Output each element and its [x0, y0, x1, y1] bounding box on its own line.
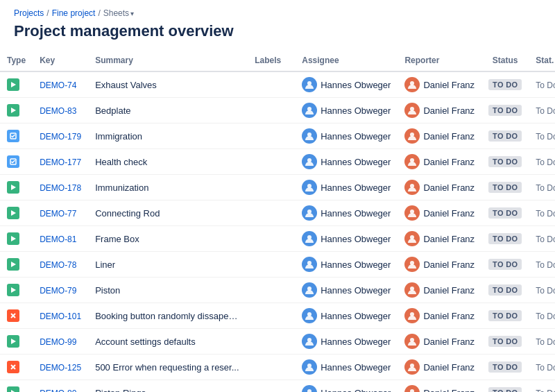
reporter-person: Daniel Franz [404, 359, 475, 375]
status-badge: TO DO [488, 182, 522, 193]
assignee-name: Hannes Obweger [321, 388, 391, 393]
issue-key-link[interactable]: DEMO-178 [40, 183, 81, 193]
avatar [302, 308, 317, 323]
cell-summary: 500 Error when requesting a reser... [88, 355, 248, 380]
assignee-person: Hannes Obweger [302, 103, 391, 118]
issue-key-link[interactable]: DEMO-74 [40, 80, 76, 90]
cell-type [0, 303, 33, 329]
issue-key-link[interactable]: DEMO-99 [40, 337, 76, 347]
avatar [302, 128, 317, 144]
cell-reporter: Daniel Franz [398, 71, 481, 98]
reporter-name: Daniel Franz [423, 336, 475, 347]
cell-reporter: Daniel Franz [398, 175, 481, 201]
reporter-name: Daniel Franz [423, 80, 475, 90]
avatar [302, 359, 317, 375]
cell-labels [248, 329, 295, 355]
cell-reporter: Daniel Franz [398, 98, 481, 123]
table-row[interactable]: DEMO-83 Bedplate Hannes Obweger Daniel F… [0, 98, 555, 123]
breadcrumb-fine-project[interactable]: Fine project [52, 8, 96, 18]
reporter-person: Daniel Franz [404, 77, 475, 92]
table-row[interactable]: DEMO-74 Exhaust Valves Hannes Obweger Da… [0, 71, 555, 98]
reporter-person: Daniel Franz [404, 103, 475, 118]
cell-key: DEMO-80 [33, 380, 88, 393]
assignee-name: Hannes Obweger [321, 311, 391, 321]
cell-status: TO DO [481, 278, 529, 303]
cell-status: TO DO [481, 123, 529, 149]
svg-marker-3 [11, 108, 16, 113]
cell-stat2: To Do [529, 201, 555, 226]
breadcrumb-sheets[interactable]: Sheets ▾ [103, 8, 134, 18]
cell-reporter: Daniel Franz [398, 303, 481, 329]
avatar [302, 231, 317, 246]
assignee-person: Hannes Obweger [302, 205, 391, 221]
status-badge: TO DO [488, 284, 522, 296]
cell-stat2: To Do [529, 123, 555, 149]
table-row[interactable]: DEMO-125 500 Error when requesting a res… [0, 355, 555, 380]
reporter-name: Daniel Franz [423, 182, 475, 193]
cell-reporter: Daniel Franz [398, 329, 481, 355]
reporter-person: Daniel Franz [404, 334, 475, 349]
cell-assignee: Hannes Obweger [295, 98, 398, 123]
type-story-icon [7, 284, 19, 296]
issue-key-link[interactable]: DEMO-101 [40, 312, 81, 321]
table-row[interactable]: DEMO-99 Account settings defaults Hannes… [0, 329, 555, 355]
issue-key-link[interactable]: DEMO-177 [40, 157, 81, 167]
table-row[interactable]: DEMO-101 Booking button randomly dissape… [0, 303, 555, 329]
assignee-name: Hannes Obweger [321, 336, 391, 347]
svg-marker-12 [11, 185, 16, 190]
cell-labels [248, 278, 295, 303]
svg-marker-21 [11, 262, 16, 267]
cell-stat2: To Do [529, 98, 555, 123]
issue-key-link[interactable]: DEMO-83 [40, 106, 76, 116]
cell-stat2: To Do [529, 226, 555, 252]
issue-key-link[interactable]: DEMO-79 [40, 286, 76, 296]
cell-labels [248, 303, 295, 329]
cell-stat2: To Do [529, 149, 555, 175]
issue-key-link[interactable]: DEMO-125 [40, 363, 81, 373]
assignee-person: Hannes Obweger [302, 359, 391, 375]
table-row[interactable]: DEMO-81 Frame Box Hannes Obweger Daniel … [0, 226, 555, 252]
status-badge: TO DO [488, 361, 522, 373]
avatar [302, 103, 317, 118]
cell-reporter: Daniel Franz [398, 380, 481, 393]
cell-status: TO DO [481, 380, 529, 393]
status-badge: TO DO [488, 207, 522, 219]
svg-marker-18 [11, 236, 16, 241]
issue-key-link[interactable]: DEMO-80 [40, 389, 76, 393]
cell-assignee: Hannes Obweger [295, 175, 398, 201]
reporter-name: Daniel Franz [423, 234, 475, 244]
assignee-name: Hannes Obweger [321, 105, 391, 116]
issue-key-link[interactable]: DEMO-78 [40, 260, 76, 270]
table-row[interactable]: DEMO-80 Piston Rings Hannes Obweger Dani… [0, 380, 555, 393]
table-row[interactable]: DEMO-79 Piston Hannes Obweger Daniel Fra… [0, 278, 555, 303]
reporter-avatar [404, 308, 420, 323]
summary-text: Liner [95, 259, 241, 270]
status-badge: TO DO [488, 259, 522, 270]
cell-status: TO DO [481, 252, 529, 278]
cell-type [0, 98, 33, 123]
cell-labels [248, 71, 295, 98]
assignee-name: Hannes Obweger [321, 259, 391, 270]
cell-summary: Bedplate [88, 98, 248, 123]
table-row[interactable]: DEMO-78 Liner Hannes Obweger Daniel Fran… [0, 252, 555, 278]
cell-stat2: To Do [529, 252, 555, 278]
cell-summary: Booking button randomly dissapea... [88, 303, 248, 329]
breadcrumb-projects[interactable]: Projects [14, 8, 44, 18]
avatar [302, 257, 317, 272]
table-row[interactable]: DEMO-178 Immunization Hannes Obweger Dan… [0, 175, 555, 201]
issue-key-link[interactable]: DEMO-179 [40, 132, 81, 142]
cell-key: DEMO-179 [33, 123, 88, 149]
assignee-person: Hannes Obweger [302, 128, 391, 144]
reporter-name: Daniel Franz [423, 259, 475, 270]
assignee-person: Hannes Obweger [302, 308, 391, 323]
table-row[interactable]: DEMO-77 Connecting Rod Hannes Obweger Da… [0, 201, 555, 226]
cell-status: TO DO [481, 149, 529, 175]
table-row[interactable]: DEMO-177 Health check Hannes Obweger Dan… [0, 149, 555, 175]
reporter-avatar [404, 257, 420, 272]
assignee-person: Hannes Obweger [302, 77, 391, 92]
issue-key-link[interactable]: DEMO-81 [40, 235, 76, 244]
table-row[interactable]: DEMO-179 Immigration Hannes Obweger Dani… [0, 123, 555, 149]
cell-status: TO DO [481, 226, 529, 252]
issue-key-link[interactable]: DEMO-77 [40, 209, 76, 219]
stat2-text: To Do [536, 286, 555, 296]
